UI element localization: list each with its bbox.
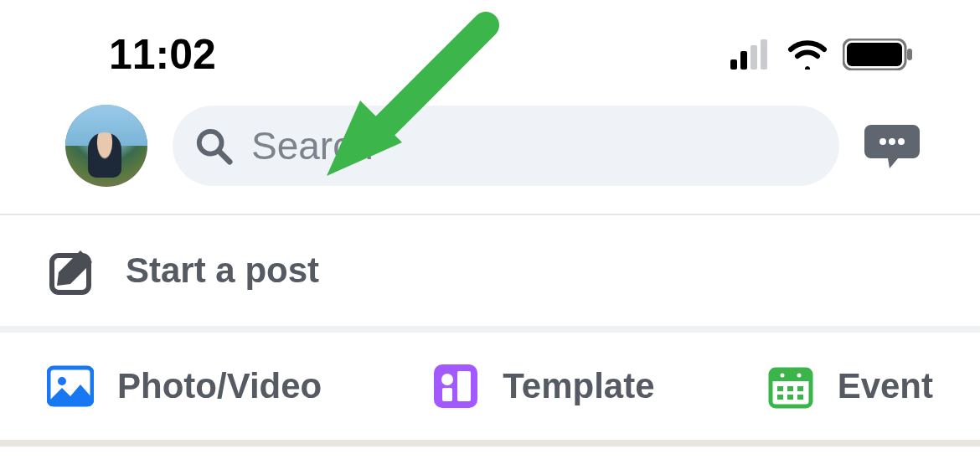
wifi-icon (787, 39, 828, 70)
svg-rect-5 (847, 43, 902, 66)
photo-icon (47, 363, 94, 410)
template-label: Template (503, 366, 654, 406)
status-time: 11:02 (109, 30, 216, 79)
svg-point-11 (898, 138, 905, 145)
svg-point-16 (441, 374, 453, 385)
svg-rect-25 (797, 386, 803, 391)
svg-rect-27 (787, 395, 793, 400)
header-row (0, 92, 980, 215)
event-button[interactable]: Event (767, 363, 933, 410)
status-bar: 11:02 (0, 0, 980, 92)
template-icon (432, 363, 479, 410)
start-post-row[interactable]: Start a post (0, 215, 980, 333)
svg-point-21 (780, 374, 784, 378)
svg-rect-17 (442, 388, 452, 401)
svg-rect-28 (797, 395, 803, 400)
svg-rect-20 (771, 369, 811, 381)
calendar-icon (767, 363, 814, 410)
photo-video-label: Photo/Video (117, 366, 322, 406)
template-button[interactable]: Template (432, 363, 654, 410)
svg-rect-15 (434, 364, 477, 408)
svg-point-9 (879, 138, 886, 145)
profile-avatar[interactable] (65, 105, 147, 187)
svg-point-14 (58, 377, 66, 385)
post-actions-row: Photo/Video Template Event (0, 333, 980, 447)
svg-rect-0 (730, 59, 737, 70)
svg-rect-3 (761, 39, 767, 70)
svg-rect-1 (740, 51, 747, 70)
svg-point-22 (797, 374, 801, 378)
cellular-signal-icon (730, 39, 772, 70)
svg-rect-2 (750, 45, 757, 70)
status-icons (730, 39, 913, 70)
search-icon (194, 126, 233, 165)
svg-line-8 (219, 152, 230, 162)
compose-icon (47, 244, 101, 297)
chat-icon[interactable] (864, 121, 920, 170)
start-post-label: Start a post (126, 250, 319, 291)
svg-rect-26 (777, 395, 783, 400)
svg-rect-23 (777, 386, 783, 391)
svg-point-10 (889, 138, 895, 145)
battery-icon (843, 39, 913, 70)
photo-video-button[interactable]: Photo/Video (47, 363, 322, 410)
svg-rect-18 (457, 371, 471, 401)
search-input[interactable] (251, 123, 818, 168)
svg-rect-24 (787, 386, 793, 391)
svg-rect-6 (907, 49, 912, 60)
search-box[interactable] (173, 106, 839, 186)
event-label: Event (838, 366, 933, 406)
